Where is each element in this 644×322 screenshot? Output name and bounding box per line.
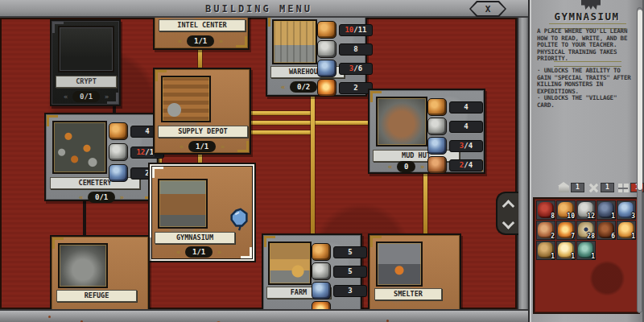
cost-ore: 3/4 [427,137,483,155]
building-card-cemetery[interactable]: CEMETERY 0/1 4 12/14 2 [44,113,159,201]
build-count: 0/2 [290,81,317,93]
build-count: 1/1 [185,246,213,258]
window-frame-right [517,0,528,322]
cost-wood: 4 [427,98,483,116]
tree-scroll-control [496,192,518,235]
build-count: 1/1 [188,141,216,152]
ore-icon [109,164,128,182]
filter-count: 1 [601,183,614,192]
cost-value: 3/4 [449,140,483,152]
tools-icon [588,184,599,192]
scroll-up-button[interactable] [497,195,518,214]
connector-pipe [311,95,315,235]
inventory-slot[interactable]: 1 [556,241,576,260]
card-title: SMELTER [374,288,442,300]
crypt-image [58,26,114,72]
cost-value: 3/6 [339,63,373,75]
connector-pipe [198,47,202,69]
build-count: 0/1 [72,91,100,102]
chevron-down-icon [502,217,514,229]
rust-speck [48,316,51,318]
smelter-image [376,242,423,287]
cost-value: 5 [333,266,367,278]
ore-icon [312,282,331,299]
card-title: SUPPLY DEPOT [158,126,248,138]
filter-count: 1 [571,183,584,192]
building-icon [559,186,569,192]
cost-value: 4 [449,121,483,133]
connector-pipe [251,111,314,115]
panel-scrollbar-thumb[interactable] [638,10,642,190]
chevron-up-icon [502,200,514,213]
building-effects: · UNLOCKS THE ABILITY TO GAIN "SPECIAL T… [537,68,640,109]
connector-pipe [251,130,314,134]
mud-hut-image [376,97,427,147]
title-bar: BUILDING MENU [0,0,528,18]
resource-inventory: 8 10 12 1 3 2 7 28 6 1 1 1 1 [533,197,640,314]
ore-icon [427,137,447,155]
farm-image [268,242,312,285]
close-icon: X [485,4,491,14]
card-title: REFUGE [56,290,137,302]
connector-pipe [314,121,368,125]
resource-filter-row: 1 1 1 [559,183,644,192]
window-title: BUILDING MENU [205,3,312,14]
stone-icon [109,143,128,161]
cost-ember: 2 [317,79,373,97]
cost-value: 3 [333,285,367,297]
cost-value: 8 [339,43,373,56]
building-menu-screen: CRYPT 0/1 INTEL CENTER 1/1 CEMETERY 0/1 … [0,0,644,322]
inventory-slot[interactable]: 3 [617,200,636,220]
connector-line [83,200,86,238]
inventory-slot[interactable]: 6 [597,221,616,240]
panel-emblem-icon [581,0,601,10]
connector-pipe [251,121,314,125]
gymnasium-image [158,179,208,229]
meat-icon [427,156,447,174]
cursor-icon [227,206,251,235]
inventory-slot[interactable]: 1 [617,221,636,240]
cost-value: 5 [333,246,367,258]
wood-icon [427,98,447,116]
building-card-supply-depot[interactable]: SUPPLY DEPOT 1/1 [153,68,251,155]
building-name-title: GYMNASIUM [530,10,644,23]
inventory-slot[interactable]: 1 [597,200,616,220]
cost-ore: 3/6 [317,60,373,77]
warehouse-image [272,19,317,64]
wood-icon [312,243,331,261]
inventory-slot[interactable]: 1 [576,241,596,260]
stone-icon [317,40,336,58]
inventory-slot[interactable]: 1 [536,241,555,260]
scroll-down-button[interactable] [497,214,518,233]
card-title: GYMNASIUM [155,232,235,244]
grid-icon [618,184,629,192]
cost-wood: 5 [312,243,367,261]
filter-tools[interactable]: 1 [588,183,614,192]
cost-value: 10/11 [339,24,373,36]
cost-wood: 10/11 [317,21,373,39]
cost-value: 4 [449,101,483,114]
inventory-slot[interactable]: 8 [536,200,555,220]
filter-buildings[interactable]: 1 [559,183,584,192]
card-title: INTEL CENTER [159,19,246,31]
cost-value: 2/4 [449,159,483,171]
building-card-crypt[interactable]: CRYPT 0/1 [50,19,121,106]
ember-icon [317,79,336,97]
close-button[interactable]: X [469,1,506,17]
cost-stone: 5 [312,262,367,280]
building-card-warehouse[interactable]: WAREHOUSE 0/2 10/11 8 3/6 2 [266,13,367,97]
cost-ore: 3 [312,282,367,299]
cost-stone: 8 [317,40,373,58]
wood-icon [317,21,336,39]
inventory-slot[interactable]: 7 [556,221,576,240]
divider-flourish [554,61,621,67]
inventory-slot[interactable]: 28 [576,221,596,240]
window-frame-bottom [0,309,528,322]
inventory-slot[interactable]: 10 [556,200,576,220]
building-card-mud-hut[interactable]: MUD HUT 0 4 4 3/4 2/4 [368,89,485,174]
inventory-slot[interactable]: 12 [576,200,596,220]
supply-depot-image [161,76,211,122]
connector-pipe [423,171,427,235]
inventory-slot[interactable]: 2 [536,221,555,240]
cost-stone: 4 [427,118,483,135]
